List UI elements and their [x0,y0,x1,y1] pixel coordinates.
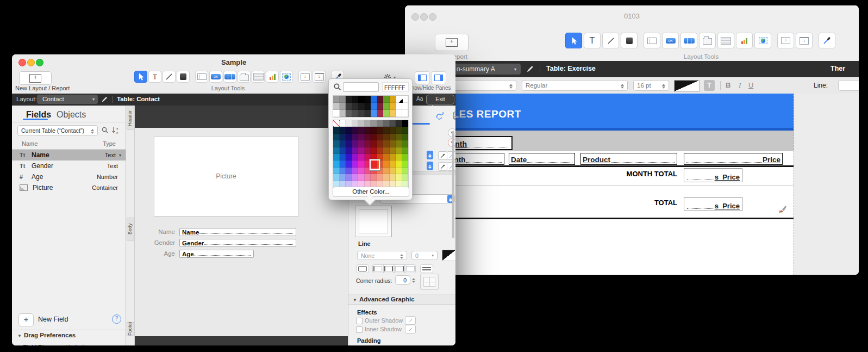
line-color-swatch[interactable] [442,250,455,261]
appearance-tab-icon[interactable] [435,111,445,122]
color-swatch[interactable] [377,134,384,140]
color-swatch[interactable] [340,174,346,181]
color-swatch[interactable] [396,154,402,160]
window-0103[interactable]: 0103 New Layout / Report TOK↓↓ Layout To… [405,5,859,275]
canvas-field-gender[interactable]: Gender [179,239,296,247]
color-search-input[interactable] [343,82,379,92]
color-swatch[interactable] [390,140,396,147]
tab-control-tool[interactable] [699,33,716,48]
field-tool[interactable] [195,71,208,83]
color-swatch[interactable] [383,168,390,174]
color-swatch[interactable] [377,174,384,181]
format-bar-toggle[interactable]: Aa [416,96,423,102]
color-swatch[interactable] [352,120,359,127]
color-swatch[interactable] [333,168,340,174]
color-swatch[interactable] [383,174,390,181]
color-swatch[interactable] [402,154,409,160]
color-swatch[interactable] [390,168,396,174]
color-swatch[interactable] [333,127,340,133]
color-swatch[interactable] [346,147,352,154]
recent-color-swatch[interactable] [340,103,346,110]
report-field-price[interactable]: Price [684,153,783,165]
picture-container-field[interactable]: Picture [154,136,298,217]
data-tab-icon[interactable] [452,111,455,122]
help-button[interactable]: ? [112,314,121,324]
color-swatch[interactable] [383,127,390,133]
line-select[interactable] [838,80,859,91]
line-style-dropdown[interactable]: None [357,251,407,260]
recent-color-swatch[interactable] [383,103,390,110]
recent-color-swatch[interactable] [402,103,409,110]
inner-shadow-checkbox[interactable] [356,326,363,333]
report-field-date[interactable]: Date [509,153,575,165]
report-field-grand-total[interactable]: s_Price [684,197,742,211]
layout-canvas[interactable]: Picture NameNameGenderGenderAgeAge [135,106,348,345]
color-swatch[interactable] [365,127,371,133]
select-tool[interactable] [565,33,582,48]
color-swatch[interactable] [358,140,365,147]
recent-color-swatch[interactable] [396,103,402,110]
recent-color-swatch[interactable] [333,103,340,110]
recent-color-swatch[interactable] [383,110,390,117]
color-swatch[interactable] [346,160,352,167]
header-part-band[interactable] [135,106,348,128]
hex-value-field[interactable]: FFFFFF [382,82,409,92]
color-swatch[interactable] [371,134,377,140]
color-swatch[interactable] [358,134,365,140]
inner-shadow-edit-button[interactable] [405,325,416,334]
show-left-pane-button[interactable] [415,71,430,84]
font-style-select[interactable]: Regular [522,80,628,91]
color-swatch[interactable] [383,134,390,140]
chart-tool[interactable] [266,71,279,83]
fill-color-well[interactable] [355,206,392,237]
color-swatch[interactable] [396,168,402,174]
report-field-product[interactable]: Product [580,153,677,165]
italic-button[interactable]: I [739,81,741,90]
field-placement-tool[interactable]: ↓ [313,71,326,83]
scrollbar[interactable] [452,131,454,238]
tab-control-tool[interactable] [238,71,251,83]
tab-objects[interactable]: Objects [57,110,86,120]
recent-color-swatch[interactable] [371,110,377,117]
color-swatch[interactable] [390,174,396,181]
recent-color-swatch[interactable] [390,110,396,117]
field-placement-tool[interactable]: ↓ [796,33,813,48]
color-swatch[interactable] [358,147,365,154]
text-tool[interactable]: T [148,71,161,83]
total-label[interactable]: TOTAL [584,199,677,207]
color-swatch[interactable] [340,160,346,167]
color-swatch[interactable] [402,127,409,133]
recent-color-swatch[interactable] [383,96,390,103]
color-swatch[interactable] [383,120,390,127]
recent-color-swatch[interactable] [358,103,365,110]
color-swatch[interactable] [390,154,396,160]
color-swatch[interactable] [333,140,340,147]
recent-color-swatch[interactable] [358,96,365,103]
edit-layout-pencil-icon[interactable] [526,65,534,75]
border-middle-button[interactable] [383,264,394,273]
search-icon[interactable] [101,126,109,134]
color-swatch[interactable] [383,140,390,147]
recent-color-swatch[interactable] [377,96,384,103]
recent-color-swatch[interactable] [371,103,377,110]
advanced-graphic-header[interactable]: ▼Advanced Graphic [348,294,455,305]
color-swatch[interactable] [383,147,390,154]
color-swatch[interactable] [346,127,352,133]
color-swatch[interactable] [371,127,377,133]
color-swatch[interactable] [396,147,402,154]
color-swatch[interactable] [377,127,384,133]
color-swatch[interactable] [358,154,365,160]
color-swatch[interactable] [358,168,365,174]
table-selector-dropdown[interactable]: Current Table (“Contact”) [17,125,98,136]
color-swatch[interactable] [346,154,352,160]
color-swatch[interactable] [365,134,371,140]
edit-layout-pencil-icon[interactable] [101,95,108,105]
column-header-name[interactable]: Name [22,140,38,147]
color-swatch[interactable] [377,120,384,127]
eyedropper-button[interactable] [438,151,447,160]
outer-shadow-checkbox[interactable] [356,318,363,324]
border-right-button[interactable] [394,264,405,273]
month-total-label[interactable]: MONTH TOTAL [584,170,677,178]
color-swatch[interactable] [390,160,396,167]
button-tool[interactable]: OK [662,33,679,48]
